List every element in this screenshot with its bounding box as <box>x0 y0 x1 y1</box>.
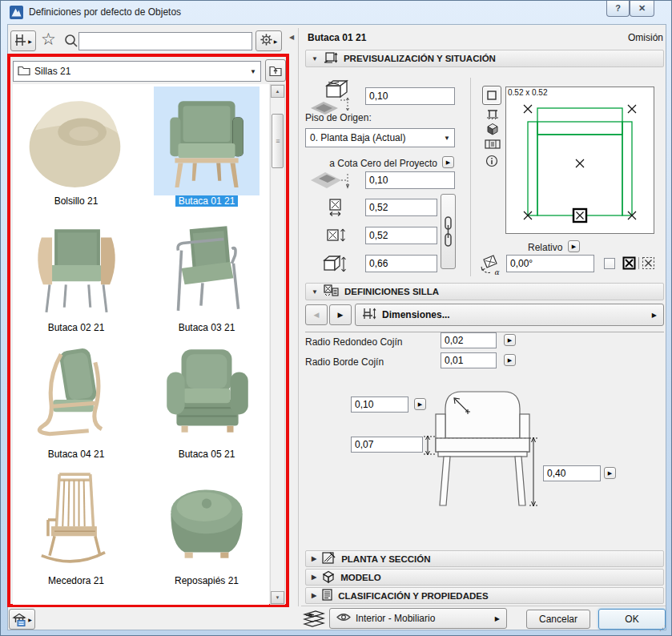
list-item[interactable] <box>22 215 131 320</box>
folder-up-icon <box>269 65 282 76</box>
clasificacion-section-icon <box>322 589 332 602</box>
close-button[interactable]: ✕ <box>630 1 654 17</box>
favorites-star-icon[interactable]: ☆ <box>41 30 56 49</box>
param1-field[interactable] <box>441 332 497 348</box>
preview-divider <box>470 78 471 276</box>
origin-story-label: Piso de Origen: <box>305 112 372 123</box>
chair-icon <box>14 34 26 49</box>
relative-flyout-button[interactable]: ▶ <box>568 240 580 252</box>
preview-mode-front-button[interactable] <box>485 108 499 120</box>
rotation-angle-field[interactable] <box>506 255 594 272</box>
scroll-up-button[interactable]: ▲ <box>271 85 284 98</box>
flyout-arrow-icon: ▶ <box>652 312 657 319</box>
beanbag-thumbnail <box>22 88 131 194</box>
thumbnail-label[interactable]: Butaca 03 21 <box>154 322 260 333</box>
preview-mode-info-button[interactable] <box>485 154 498 167</box>
list-item[interactable] <box>154 468 260 574</box>
list-item[interactable] <box>154 215 260 320</box>
dim-depth-field[interactable] <box>365 227 437 244</box>
search-input[interactable] <box>78 32 252 50</box>
section-preview-header[interactable]: ▼ PREVISUALIZACIÓN Y SITUACIÓN <box>305 50 664 67</box>
chain-icon <box>443 214 453 249</box>
folder-dropdown[interactable]: Sillas 21 ▼ <box>13 61 261 82</box>
object-type-button[interactable]: ▶ <box>10 30 36 51</box>
resize-grip[interactable]: ⋰ <box>659 624 666 632</box>
page-selector-value: Dimensiones... <box>382 309 450 320</box>
object-name: Butaca 01 21 <box>308 32 366 43</box>
chevron-down-icon: ▼ <box>250 68 256 75</box>
collapse-panel-icon[interactable]: ◀ <box>289 34 294 41</box>
section-silla-header[interactable]: ▼ DEFINICIONES SILLA <box>305 283 664 300</box>
dim-height-field[interactable] <box>365 255 437 272</box>
archicad-logo-icon <box>10 6 23 19</box>
dim-width-field[interactable] <box>365 199 437 216</box>
dim-depth-icon <box>326 226 347 248</box>
ok-button[interactable]: OK <box>598 609 666 630</box>
thumbnail-label[interactable]: Butaca 05 21 <box>154 449 260 460</box>
list-item[interactable] <box>22 468 131 574</box>
list-item[interactable] <box>22 88 131 194</box>
back-arrow-icon: ◀ <box>314 311 320 319</box>
link-dimensions-button[interactable] <box>441 194 456 269</box>
origin-story-dropdown[interactable]: 0. Planta Baja (Actual) ▼ <box>305 128 455 147</box>
section-silla-title: DEFINICIONES SILLA <box>344 287 439 296</box>
armchair-02-thumbnail <box>22 215 131 320</box>
list-item-selected[interactable] <box>154 87 260 195</box>
list-item[interactable] <box>22 341 131 447</box>
thumbnail-label[interactable]: Butaca 04 21 <box>16 449 136 460</box>
thumbnail-label[interactable]: Reposapiés 21 <box>154 575 260 586</box>
thumbnail-label[interactable]: Mecedora 21 <box>16 575 136 586</box>
preview-viewport[interactable]: 0.52 x 0.52 <box>505 87 654 234</box>
help-button[interactable]: ? <box>606 1 630 17</box>
section-planta-title: PLANTA Y SECCIÓN <box>341 554 430 564</box>
thumbnail-grid: Bolsillo 21 Butaca 01 21 <box>13 84 269 605</box>
page-forward-button[interactable]: ▶ <box>329 304 352 325</box>
page-back-button[interactable]: ◀ <box>305 304 328 325</box>
thumbnail-label-selected[interactable]: Butaca 01 21 <box>154 195 260 207</box>
folder-up-button[interactable] <box>265 59 286 82</box>
hotspot-selected-icon[interactable] <box>622 256 636 272</box>
dim-width-icon <box>326 198 345 219</box>
diagram-radius-field[interactable] <box>351 396 408 413</box>
library-building-icon <box>12 613 26 626</box>
list-item[interactable] <box>154 341 260 447</box>
layer-dropdown[interactable]: Interior - Mobiliario ▶ <box>329 608 507 629</box>
forward-arrow-icon: ▶ <box>338 311 344 319</box>
elevation-datum-field[interactable] <box>365 171 455 189</box>
section-expand-icon: ▶ <box>312 555 316 562</box>
origin-story-value: 0. Planta Baja (Actual) <box>310 132 405 143</box>
preview-mode-picture-button[interactable] <box>484 138 501 150</box>
section-modelo-header[interactable]: ▶ MODELO <box>305 569 664 586</box>
preview-mode-3d-button[interactable] <box>485 123 499 135</box>
popup-arrow-icon: ▶ <box>28 617 32 622</box>
param1-flyout-button[interactable]: ▶ <box>504 334 516 346</box>
cancel-button[interactable]: Cancelar <box>526 610 590 629</box>
param1-label: Radio Redondeo Cojín <box>305 336 402 348</box>
section-planta-header[interactable]: ▶ PLANTA Y SECCIÓN <box>305 550 664 567</box>
scrollbar-thumb[interactable]: ≡ <box>272 114 284 168</box>
section-clasificacion-header[interactable]: ▶ CLASIFICACIÓN Y PROPIEDADES <box>305 587 664 604</box>
datum-flyout-button[interactable]: ▶ <box>442 156 454 168</box>
settings-gear-button[interactable]: ▶ <box>256 30 282 51</box>
scroll-down-button[interactable]: ▼ <box>271 591 284 604</box>
thumbnail-label[interactable]: Bolsillo 21 <box>16 195 136 207</box>
diagram-height-flyout-button[interactable]: ▶ <box>604 467 616 479</box>
thumbnail-label[interactable]: Butaca 02 21 <box>16 322 136 333</box>
search-icon <box>64 34 78 50</box>
section-modelo-title: MODELO <box>340 573 380 582</box>
elevation-top-field[interactable] <box>365 87 455 105</box>
mirror-checkbox[interactable] <box>604 258 615 269</box>
hotspot-unselected-icon[interactable] <box>642 256 655 272</box>
object-settings-dialog: Definiciones por defecto de Objetos ? ✕ … <box>0 0 672 636</box>
scrollbar[interactable]: ▲ ≡ ▼ <box>270 84 285 605</box>
preview-mode-plan-button[interactable] <box>482 86 501 105</box>
diagram-thickness-field[interactable] <box>351 437 423 453</box>
param2-field[interactable] <box>441 352 497 368</box>
param2-flyout-button[interactable]: ▶ <box>504 354 516 366</box>
page-selector-dropdown[interactable]: Dimensiones... ▶ <box>355 304 664 326</box>
layer-value: Interior - Mobiliario <box>356 613 435 624</box>
library-manager-button[interactable]: ▶ <box>9 609 35 630</box>
param2-label: Radio Borde Cojín <box>305 356 384 368</box>
plan-preview-drawing <box>506 87 654 233</box>
folder-dropdown-value: Sillas 21 <box>34 66 70 77</box>
